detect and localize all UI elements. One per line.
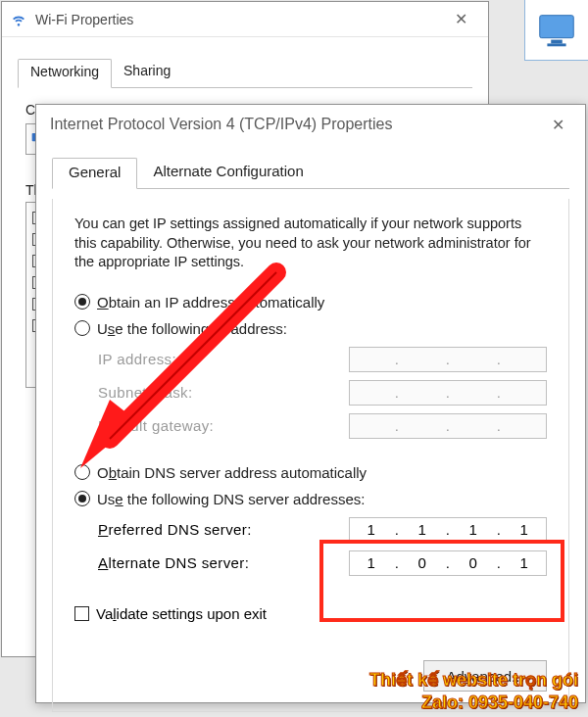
radio-use-ip[interactable]: Use the following IP address:Use the fol…: [74, 320, 547, 337]
alternate-dns-label: Alternate DNS server:Alternate DNS serve…: [98, 554, 349, 571]
svg-rect-2: [540, 15, 574, 37]
svg-rect-4: [547, 43, 565, 46]
ip-address-field: ...: [349, 347, 547, 372]
svg-rect-3: [551, 39, 563, 43]
radio-icon: [74, 320, 90, 336]
ipv4-titlebar: Internet Protocol Version 4 (TCP/IPv4) P…: [36, 105, 585, 144]
tab-alternate-config[interactable]: Alternate Configuration: [137, 158, 318, 188]
gateway-row: Default gateway: ...: [98, 409, 547, 443]
ipv4-title: Internet Protocol Version 4 (TCP/IPv4) P…: [50, 116, 392, 133]
close-icon[interactable]: ✕: [439, 4, 482, 35]
radio-label: Obtain DNS server address automaticallyO…: [97, 464, 367, 481]
display-thumb: [524, 0, 588, 61]
watermark-line1: Thiết kế website trọn gói: [369, 669, 578, 692]
tab-sharing[interactable]: Sharing: [112, 59, 182, 87]
radio-label: Use the following IP address:Use the fol…: [97, 320, 287, 337]
tab-general[interactable]: General: [52, 158, 137, 189]
wifi-icon: [10, 11, 27, 28]
watermark-line2: Zalo: 0935-040-740: [369, 692, 578, 714]
ip-address-label: IP address:: [98, 351, 349, 367]
radio-label: Use the following DNS server addresses:U…: [97, 491, 365, 507]
alternate-dns-row: Alternate DNS server:Alternate DNS serve…: [98, 547, 547, 580]
subnet-field: ...: [349, 380, 547, 406]
wifi-tabs: Networking Sharing: [18, 59, 472, 88]
preferred-dns-row: Preferred DNS server:Preferred DNS serve…: [98, 513, 547, 547]
subnet-row: Subnet mask: ...: [98, 376, 547, 409]
radio-icon: [74, 491, 90, 506]
watermark: Thiết kế website trọn gói Zalo: 0935-040…: [369, 669, 578, 713]
alternate-dns-field[interactable]: 1. 0. 0. 1: [349, 550, 547, 576]
radio-use-dns[interactable]: Use the following DNS server addresses:U…: [74, 491, 547, 507]
gateway-label: Default gateway:: [98, 417, 349, 434]
preferred-dns-label: Preferred DNS server:Preferred DNS serve…: [98, 521, 349, 538]
ipv4-properties-window: Internet Protocol Version 4 (TCP/IPv4) P…: [35, 104, 586, 703]
wifi-title: Wi-Fi Properties: [35, 12, 133, 27]
checkbox-icon: [74, 606, 89, 621]
info-text: You can get IP settings assigned automat…: [74, 215, 547, 272]
radio-icon: [74, 294, 90, 310]
validate-checkbox[interactable]: Validate settings upon exitValidate sett…: [74, 605, 547, 622]
general-panel: You can get IP settings assigned automat…: [52, 199, 569, 712]
wifi-titlebar: Wi-Fi Properties ✕: [2, 2, 488, 37]
ip-address-row: IP address: ...: [98, 343, 547, 376]
radio-obtain-dns-auto[interactable]: Obtain DNS server address automaticallyO…: [74, 464, 547, 481]
ipv4-tabs: General Alternate Configuration: [52, 158, 569, 189]
validate-label: Validate settings upon exitValidate sett…: [96, 605, 267, 622]
preferred-dns-field[interactable]: 1. 1. 1. 1: [349, 517, 547, 543]
tab-networking[interactable]: Networking: [18, 59, 112, 88]
subnet-label: Subnet mask:: [98, 384, 349, 401]
close-icon[interactable]: ✕: [536, 109, 579, 140]
gateway-field: ...: [349, 413, 547, 439]
radio-obtain-ip-auto[interactable]: Obtain an IP address automaticallyObtain…: [74, 294, 547, 311]
radio-icon: [74, 464, 90, 480]
radio-label: Obtain an IP address automaticallyObtain…: [97, 294, 324, 311]
